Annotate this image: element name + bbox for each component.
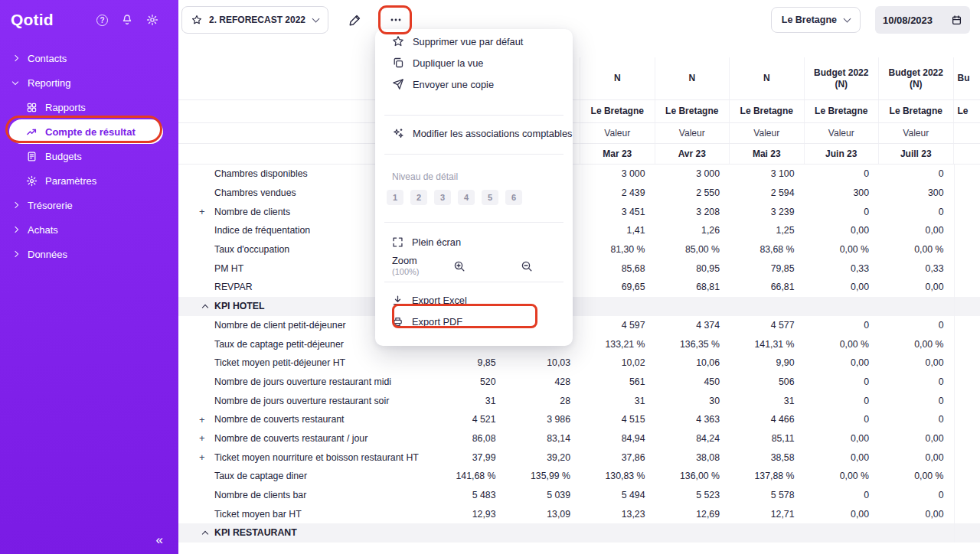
menu-item-label: Plein écran: [412, 236, 461, 248]
sidebar-item-label: Trésorerie: [28, 200, 73, 211]
table-row: Taux d'occupation81,30 %85,00 %83,68 %0,…: [178, 240, 980, 259]
row-label: +Nombre de couverts restaurant / jour: [178, 429, 431, 448]
cell-value: 10,06: [655, 357, 730, 368]
cell-value: 3 451: [580, 207, 655, 217]
cell-cut: [954, 373, 980, 392]
sidebar-item-label: Reporting: [28, 77, 70, 89]
zoom-value: (100%): [392, 267, 438, 277]
sidebar-collapse-button[interactable]: «: [156, 533, 163, 548]
expand-plus-icon[interactable]: +: [199, 206, 205, 217]
detail-level-1-button[interactable]: 1: [387, 190, 403, 205]
table-row: Chambres disponibles3 0003 0003 10000: [178, 165, 980, 184]
gear-icon[interactable]: [146, 14, 158, 26]
send-icon: [392, 78, 404, 90]
view-selector-button[interactable]: 2. REFORECAST 2022: [181, 6, 328, 34]
header-cell: Valeur: [580, 123, 655, 143]
download-icon: [392, 295, 403, 306]
cell-value: 80,95: [655, 263, 730, 274]
sidebar-top-icons: ?: [96, 14, 158, 26]
sidebar-item-achats[interactable]: Achats: [0, 217, 178, 242]
edit-view-button[interactable]: [348, 13, 362, 27]
sidebar-item-tresorerie[interactable]: Trésorerie: [0, 193, 178, 217]
sidebar-item-compte-de-resultat[interactable]: Compte de résultat: [9, 119, 163, 144]
sidebar-item-reporting[interactable]: Reporting: [0, 70, 178, 95]
cell-value: 0: [879, 320, 954, 331]
cell-value: 1,26: [655, 225, 730, 236]
site-selector-button[interactable]: Le Bretagne: [771, 7, 861, 33]
help-icon[interactable]: ?: [96, 15, 108, 26]
cell-value: 0,00: [879, 225, 954, 236]
header-cell: [954, 144, 980, 164]
cell-value: 561: [580, 376, 655, 387]
sidebar-item-contacts[interactable]: Contacts: [0, 46, 178, 70]
header-cell: Valeur: [655, 123, 730, 143]
cell-value: 38,08: [655, 452, 730, 463]
sidebar-item-parametres[interactable]: Paramètres: [0, 168, 178, 193]
menu-item-duplicate-view[interactable]: Dupliquer la vue: [375, 52, 573, 73]
sidebar-item-budgets[interactable]: Budgets: [0, 144, 178, 168]
table-row: Chambres vendues2 4392 5502 594300300: [178, 184, 980, 203]
header-row-period: Mar 23Avr 23Mai 23Juin 23Juill 23: [178, 144, 980, 165]
cell-value: 38,58: [730, 452, 805, 463]
bell-icon[interactable]: [121, 14, 133, 26]
header-cell: Valeur: [805, 123, 880, 143]
row-label-text: Nombre de clients: [214, 207, 290, 217]
cell-value: 0,33: [805, 263, 880, 274]
table-row: Ticket moyen petit-déjeuner HT9,8510,031…: [178, 354, 980, 373]
header-row-scenario: NNNBudget 2022 (N)Budget 2022 (N)Bu: [178, 57, 980, 100]
cell-value: 79,85: [730, 263, 805, 274]
cell-value: 13,23: [580, 509, 655, 520]
menu-item-delete-default-view[interactable]: Supprimer vue par défaut: [375, 31, 573, 52]
table-row: Nombre de client petit-déjeuner4 5974 37…: [178, 316, 980, 335]
cell-value: 0,00: [879, 433, 954, 444]
cell-value: 0,00 %: [879, 339, 954, 350]
cell-cut: [954, 504, 980, 523]
cell-value: 37,86: [580, 452, 655, 463]
cell-value: 5 578: [730, 490, 805, 500]
header-row-site: Le BretagneLe BretagneLe BretagneLe Bret…: [178, 100, 980, 123]
zoom-in-button[interactable]: [453, 260, 466, 272]
cell-value: 0,00: [805, 452, 880, 463]
cell-value: 84,24: [655, 433, 730, 444]
detail-level-3-button[interactable]: 3: [434, 190, 451, 205]
menu-item-edit-account-associations[interactable]: Modifier les associations comptables: [375, 122, 573, 144]
header-cell: Valeur: [879, 123, 954, 143]
site-selector-label: Le Bretagne: [782, 15, 837, 25]
gear-icon: [26, 175, 38, 187]
sidebar-item-donnees[interactable]: Données: [0, 242, 178, 266]
cell-value: 0,00: [805, 282, 880, 292]
sidebar-item-label: Données: [28, 249, 67, 260]
cell-value: 31: [580, 396, 655, 406]
detail-level-4-button[interactable]: 4: [458, 190, 475, 205]
table-section-row[interactable]: KPI HOTEL: [178, 297, 980, 316]
options-menu: Supprimer vue par défaut Dupliquer la vu…: [375, 29, 573, 346]
cell-cut: [954, 467, 980, 486]
cell-value: 0,00: [805, 225, 880, 236]
sidebar-item-rapports[interactable]: Rapports: [0, 95, 178, 119]
zoom-out-button[interactable]: [521, 260, 533, 272]
expand-plus-icon[interactable]: +: [199, 414, 205, 425]
more-options-button[interactable]: [382, 9, 410, 31]
menu-item-fullscreen[interactable]: Plein écran: [375, 231, 573, 253]
cell-value: 10,02: [580, 357, 655, 368]
cell-value: 133,21 %: [580, 339, 655, 350]
detail-level-5-button[interactable]: 5: [482, 190, 498, 205]
expand-plus-icon[interactable]: +: [199, 451, 205, 463]
cell-value: 86,08: [431, 433, 506, 444]
cell-value: 0: [805, 207, 880, 217]
detail-level-2-button[interactable]: 2: [410, 190, 427, 205]
expand-plus-icon[interactable]: +: [199, 432, 205, 444]
menu-item-export-excel[interactable]: Export Excel: [375, 289, 573, 311]
menu-item-send-copy[interactable]: Envoyer une copie: [375, 73, 573, 95]
brand-logo[interactable]: Qotid: [11, 11, 54, 29]
menu-item-export-pdf[interactable]: Export PDF: [375, 311, 573, 332]
table-section-row[interactable]: KPI RESTAURANT: [178, 523, 980, 543]
cell-cut: [954, 184, 980, 203]
table-row: +Nombre de couverts restaurant / jour86,…: [178, 429, 980, 448]
zoom-text: Zoom (100%): [392, 256, 438, 276]
zoom-label: Zoom: [392, 256, 438, 267]
cell-value: 0,00: [805, 433, 880, 444]
chevron-down-icon: [844, 15, 851, 23]
detail-level-6-button[interactable]: 6: [505, 190, 522, 205]
date-input[interactable]: 10/08/2023: [875, 6, 970, 34]
